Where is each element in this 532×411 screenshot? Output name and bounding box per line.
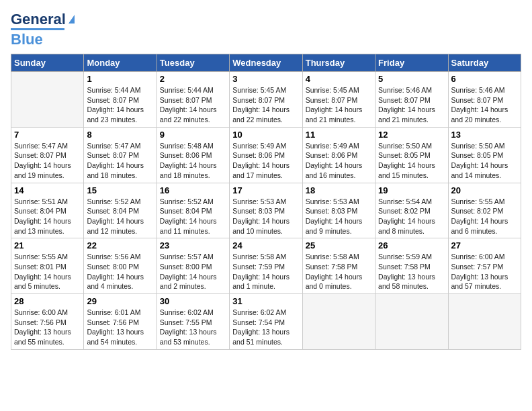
calendar-cell: 10Sunrise: 5:49 AM Sunset: 8:06 PM Dayli… <box>230 127 302 183</box>
day-of-week-header: Friday <box>375 54 448 72</box>
calendar-cell: 7Sunrise: 5:47 AM Sunset: 8:07 PM Daylig… <box>11 127 84 183</box>
cell-info: Sunrise: 5:50 AM Sunset: 8:05 PM Dayligh… <box>378 141 445 181</box>
calendar-cell: 20Sunrise: 5:55 AM Sunset: 8:02 PM Dayli… <box>448 183 521 238</box>
calendar-cell <box>302 294 375 350</box>
day-number: 8 <box>87 130 153 140</box>
cell-info: Sunrise: 5:46 AM Sunset: 8:07 PM Dayligh… <box>378 85 445 125</box>
cell-info: Sunrise: 5:48 AM Sunset: 8:06 PM Dayligh… <box>160 141 226 181</box>
day-number: 17 <box>232 185 299 195</box>
cell-info: Sunrise: 5:49 AM Sunset: 8:06 PM Dayligh… <box>232 141 299 181</box>
calendar-cell: 4Sunrise: 5:45 AM Sunset: 8:07 PM Daylig… <box>302 72 375 128</box>
logo-general-text: General <box>11 11 66 28</box>
day-number: 7 <box>14 130 81 140</box>
day-number: 16 <box>160 185 226 195</box>
calendar-week-row: 14Sunrise: 5:51 AM Sunset: 8:04 PM Dayli… <box>11 183 521 238</box>
day-number: 11 <box>306 130 372 140</box>
day-number: 29 <box>87 296 153 306</box>
calendar-cell: 19Sunrise: 5:54 AM Sunset: 8:02 PM Dayli… <box>375 183 448 238</box>
cell-info: Sunrise: 5:52 AM Sunset: 8:04 PM Dayligh… <box>160 197 226 236</box>
day-number: 14 <box>14 185 81 195</box>
calendar-cell <box>11 72 84 128</box>
calendar-cell: 13Sunrise: 5:50 AM Sunset: 8:05 PM Dayli… <box>448 127 521 183</box>
day-number: 27 <box>451 240 518 250</box>
cell-info: Sunrise: 5:55 AM Sunset: 8:01 PM Dayligh… <box>14 252 81 291</box>
day-number: 13 <box>451 130 518 140</box>
calendar-cell: 28Sunrise: 6:00 AM Sunset: 7:56 PM Dayli… <box>11 294 84 350</box>
day-of-week-header: Thursday <box>302 54 375 72</box>
logo-blue-text: Blue <box>11 28 64 48</box>
calendar-cell <box>375 294 448 350</box>
calendar-week-row: 28Sunrise: 6:00 AM Sunset: 7:56 PM Dayli… <box>11 294 521 350</box>
day-of-week-header: Saturday <box>448 54 521 72</box>
calendar-cell: 2Sunrise: 5:44 AM Sunset: 8:07 PM Daylig… <box>157 72 229 128</box>
cell-info: Sunrise: 5:56 AM Sunset: 8:00 PM Dayligh… <box>87 252 153 291</box>
calendar-cell: 31Sunrise: 6:02 AM Sunset: 7:54 PM Dayli… <box>230 294 302 350</box>
cell-info: Sunrise: 5:45 AM Sunset: 8:07 PM Dayligh… <box>306 85 372 125</box>
day-number: 24 <box>232 240 299 250</box>
calendar-cell: 6Sunrise: 5:46 AM Sunset: 8:07 PM Daylig… <box>448 72 521 128</box>
calendar-cell: 9Sunrise: 5:48 AM Sunset: 8:06 PM Daylig… <box>157 127 229 183</box>
cell-info: Sunrise: 5:47 AM Sunset: 8:07 PM Dayligh… <box>87 141 153 181</box>
logo: General Blue <box>11 11 75 48</box>
day-number: 3 <box>232 74 299 84</box>
cell-info: Sunrise: 6:02 AM Sunset: 7:54 PM Dayligh… <box>232 308 299 347</box>
day-of-week-header: Sunday <box>11 54 84 72</box>
cell-info: Sunrise: 5:47 AM Sunset: 8:07 PM Dayligh… <box>14 141 81 181</box>
day-number: 22 <box>87 240 153 250</box>
day-number: 21 <box>14 240 81 250</box>
day-number: 4 <box>306 74 372 84</box>
calendar-week-row: 1Sunrise: 5:44 AM Sunset: 8:07 PM Daylig… <box>11 72 521 128</box>
cell-info: Sunrise: 5:59 AM Sunset: 7:58 PM Dayligh… <box>378 252 445 291</box>
day-number: 30 <box>160 296 226 306</box>
cell-info: Sunrise: 5:55 AM Sunset: 8:02 PM Dayligh… <box>451 197 518 236</box>
calendar-cell: 16Sunrise: 5:52 AM Sunset: 8:04 PM Dayli… <box>157 183 229 238</box>
cell-info: Sunrise: 5:46 AM Sunset: 8:07 PM Dayligh… <box>451 85 518 125</box>
calendar-table: SundayMondayTuesdayWednesdayThursdayFrid… <box>11 54 521 350</box>
calendar-cell: 17Sunrise: 5:53 AM Sunset: 8:03 PM Dayli… <box>230 183 302 238</box>
page-header: General Blue <box>11 11 521 48</box>
cell-info: Sunrise: 6:00 AM Sunset: 7:56 PM Dayligh… <box>14 308 81 347</box>
day-number: 20 <box>451 185 518 195</box>
cell-info: Sunrise: 5:53 AM Sunset: 8:03 PM Dayligh… <box>306 197 372 236</box>
day-number: 12 <box>378 130 445 140</box>
calendar-cell: 11Sunrise: 5:49 AM Sunset: 8:06 PM Dayli… <box>302 127 375 183</box>
calendar-cell: 30Sunrise: 6:02 AM Sunset: 7:55 PM Dayli… <box>157 294 229 350</box>
cell-info: Sunrise: 6:00 AM Sunset: 7:57 PM Dayligh… <box>451 252 518 291</box>
day-number: 31 <box>232 296 299 306</box>
calendar-cell: 15Sunrise: 5:52 AM Sunset: 8:04 PM Dayli… <box>84 183 157 238</box>
logo-triangle-icon <box>69 15 75 24</box>
day-of-week-header: Tuesday <box>157 54 229 72</box>
cell-info: Sunrise: 5:58 AM Sunset: 7:58 PM Dayligh… <box>306 252 372 291</box>
calendar-cell: 24Sunrise: 5:58 AM Sunset: 7:59 PM Dayli… <box>230 238 302 294</box>
calendar-cell: 22Sunrise: 5:56 AM Sunset: 8:00 PM Dayli… <box>84 238 157 294</box>
day-of-week-header: Monday <box>84 54 157 72</box>
day-number: 15 <box>87 185 153 195</box>
cell-info: Sunrise: 5:57 AM Sunset: 8:00 PM Dayligh… <box>160 252 226 291</box>
cell-info: Sunrise: 5:44 AM Sunset: 8:07 PM Dayligh… <box>87 85 153 125</box>
calendar-cell: 23Sunrise: 5:57 AM Sunset: 8:00 PM Dayli… <box>157 238 229 294</box>
calendar-week-row: 21Sunrise: 5:55 AM Sunset: 8:01 PM Dayli… <box>11 238 521 294</box>
day-number: 19 <box>378 185 445 195</box>
calendar-cell: 8Sunrise: 5:47 AM Sunset: 8:07 PM Daylig… <box>84 127 157 183</box>
cell-info: Sunrise: 5:45 AM Sunset: 8:07 PM Dayligh… <box>232 85 299 125</box>
cell-info: Sunrise: 5:50 AM Sunset: 8:05 PM Dayligh… <box>451 141 518 181</box>
calendar-week-row: 7Sunrise: 5:47 AM Sunset: 8:07 PM Daylig… <box>11 127 521 183</box>
calendar-cell: 14Sunrise: 5:51 AM Sunset: 8:04 PM Dayli… <box>11 183 84 238</box>
calendar-cell: 1Sunrise: 5:44 AM Sunset: 8:07 PM Daylig… <box>84 72 157 128</box>
day-number: 18 <box>306 185 372 195</box>
day-number: 2 <box>160 74 226 84</box>
cell-info: Sunrise: 5:53 AM Sunset: 8:03 PM Dayligh… <box>232 197 299 236</box>
cell-info: Sunrise: 5:52 AM Sunset: 8:04 PM Dayligh… <box>87 197 153 236</box>
day-number: 26 <box>378 240 445 250</box>
day-number: 28 <box>14 296 81 306</box>
calendar-cell: 21Sunrise: 5:55 AM Sunset: 8:01 PM Dayli… <box>11 238 84 294</box>
calendar-header-row: SundayMondayTuesdayWednesdayThursdayFrid… <box>11 54 521 72</box>
cell-info: Sunrise: 6:01 AM Sunset: 7:56 PM Dayligh… <box>87 308 153 347</box>
cell-info: Sunrise: 5:49 AM Sunset: 8:06 PM Dayligh… <box>306 141 372 181</box>
cell-info: Sunrise: 6:02 AM Sunset: 7:55 PM Dayligh… <box>160 308 226 347</box>
calendar-cell: 12Sunrise: 5:50 AM Sunset: 8:05 PM Dayli… <box>375 127 448 183</box>
day-number: 6 <box>451 74 518 84</box>
calendar-cell: 27Sunrise: 6:00 AM Sunset: 7:57 PM Dayli… <box>448 238 521 294</box>
calendar-cell: 18Sunrise: 5:53 AM Sunset: 8:03 PM Dayli… <box>302 183 375 238</box>
day-of-week-header: Wednesday <box>230 54 302 72</box>
